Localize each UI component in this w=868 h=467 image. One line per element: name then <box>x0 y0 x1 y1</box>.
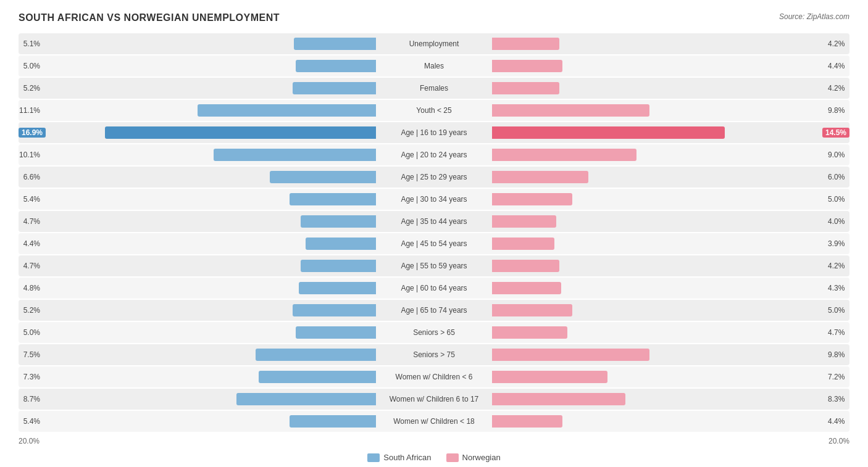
left-bar <box>293 304 376 316</box>
right-side: 4.2% <box>490 35 849 52</box>
center-label: Youth < 25 <box>378 106 490 115</box>
center-label: Age | 20 to 24 years <box>378 151 490 159</box>
center-label: Age | 35 to 44 years <box>378 217 490 226</box>
right-value: 5.0% <box>828 306 849 315</box>
legend-norwegian-label: Norwegian <box>462 453 501 462</box>
left-side: 5.0% <box>19 57 378 75</box>
legend-blue-swatch <box>367 453 380 462</box>
right-value: 4.3% <box>828 284 849 292</box>
left-side: 5.2% <box>19 80 378 97</box>
left-bar <box>301 260 376 272</box>
left-bar <box>296 60 376 72</box>
left-side: 5.2% <box>19 302 378 319</box>
chart-row: 5.4%Age | 30 to 34 years5.0% <box>19 189 849 210</box>
right-side: 4.0% <box>490 213 849 230</box>
center-label: Age | 55 to 59 years <box>378 262 490 270</box>
right-value: 8.3% <box>828 395 849 403</box>
center-label: Women w/ Children < 6 <box>378 373 490 381</box>
left-side: 5.4% <box>19 413 378 430</box>
left-value: 4.8% <box>19 284 40 292</box>
right-bar <box>492 149 636 161</box>
chart-header: SOUTH AFRICAN VS NORWEGIAN UNEMPLOYMENT … <box>19 12 849 23</box>
right-side: 7.2% <box>490 368 849 386</box>
left-side: 5.1% <box>19 35 378 52</box>
left-side: 11.1% <box>19 102 378 119</box>
right-value: 5.0% <box>828 195 849 204</box>
left-value: 5.4% <box>19 417 40 426</box>
right-bar <box>492 238 554 250</box>
right-value: 4.2% <box>828 262 849 270</box>
right-bar-wrap <box>492 393 824 405</box>
right-bar-wrap <box>492 349 824 361</box>
left-side: 4.7% <box>19 213 378 230</box>
chart-row: 5.2%Age | 65 to 74 years5.0% <box>19 300 849 321</box>
right-side: 5.0% <box>490 302 849 319</box>
right-bar-wrap <box>492 326 824 339</box>
right-bar-wrap <box>492 304 824 316</box>
right-bar <box>492 393 625 405</box>
chart-row: 7.5%Seniors > 759.8% <box>19 344 849 365</box>
chart-row: 8.7%Women w/ Children 6 to 178.3% <box>19 389 849 410</box>
right-bar-wrap <box>492 260 824 272</box>
left-bar-wrap <box>44 171 376 183</box>
bottom-axis: 20.0% 20.0% <box>19 434 849 448</box>
right-side: 3.9% <box>490 235 849 252</box>
right-bar <box>492 126 725 139</box>
chart-area: 5.1%Unemployment4.2%5.0%Males4.4%5.2%Fem… <box>19 33 849 432</box>
right-value: 3.9% <box>828 239 849 248</box>
left-bar <box>299 282 376 294</box>
center-label: Age | 45 to 54 years <box>378 239 490 248</box>
left-value: 5.2% <box>19 306 40 315</box>
right-bar-wrap <box>492 149 824 161</box>
right-value: 6.0% <box>828 173 849 181</box>
chart-row: 5.1%Unemployment4.2% <box>19 33 849 54</box>
center-label: Males <box>378 62 490 70</box>
chart-title: SOUTH AFRICAN VS NORWEGIAN UNEMPLOYMENT <box>19 12 280 23</box>
left-side: 16.9% <box>19 124 378 141</box>
right-side: 9.0% <box>490 146 849 163</box>
right-side: 9.8% <box>490 346 849 363</box>
right-side: 4.7% <box>490 324 849 341</box>
left-bar <box>105 126 376 139</box>
chart-row: 4.4%Age | 45 to 54 years3.9% <box>19 233 849 254</box>
left-value: 7.5% <box>19 350 40 359</box>
left-side: 10.1% <box>19 146 378 163</box>
chart-row: 6.6%Age | 25 to 29 years6.0% <box>19 167 849 188</box>
left-bar-wrap <box>49 126 376 139</box>
right-bar-wrap <box>492 104 824 117</box>
right-bar <box>492 82 559 94</box>
center-label: Females <box>378 84 490 93</box>
right-side: 9.8% <box>490 102 849 119</box>
left-value: 4.4% <box>19 239 40 248</box>
right-side: 6.0% <box>490 168 849 186</box>
right-side: 4.4% <box>490 57 849 75</box>
center-label: Seniors > 65 <box>378 328 490 337</box>
right-bar <box>492 215 556 228</box>
legend-south-african-label: South African <box>383 453 431 462</box>
right-side: 8.3% <box>490 391 849 408</box>
right-value: 9.8% <box>828 350 849 359</box>
left-bar-wrap <box>44 193 376 205</box>
right-bar-wrap <box>492 171 824 183</box>
left-value: 5.1% <box>19 39 40 48</box>
right-bar-wrap <box>492 282 824 294</box>
left-bar-wrap <box>44 60 376 72</box>
right-value: 4.2% <box>828 84 849 93</box>
left-value: 5.0% <box>19 328 40 337</box>
left-bar-wrap <box>44 238 376 250</box>
right-bar <box>492 326 567 339</box>
left-bar <box>198 104 376 117</box>
left-bar <box>301 215 376 228</box>
chart-row: 16.9%Age | 16 to 19 years14.5% <box>19 122 849 143</box>
left-bar <box>270 171 376 183</box>
left-value: 6.6% <box>19 173 40 181</box>
left-value: 5.0% <box>19 62 40 70</box>
left-bar <box>236 393 376 405</box>
left-bar-wrap <box>44 371 376 383</box>
right-bar <box>492 371 607 383</box>
chart-row: 5.0%Males4.4% <box>19 56 849 76</box>
left-bar <box>296 326 376 339</box>
left-value: 11.1% <box>19 106 40 115</box>
chart-row: 5.4%Women w/ Children < 184.4% <box>19 411 849 432</box>
right-bar <box>492 304 572 316</box>
